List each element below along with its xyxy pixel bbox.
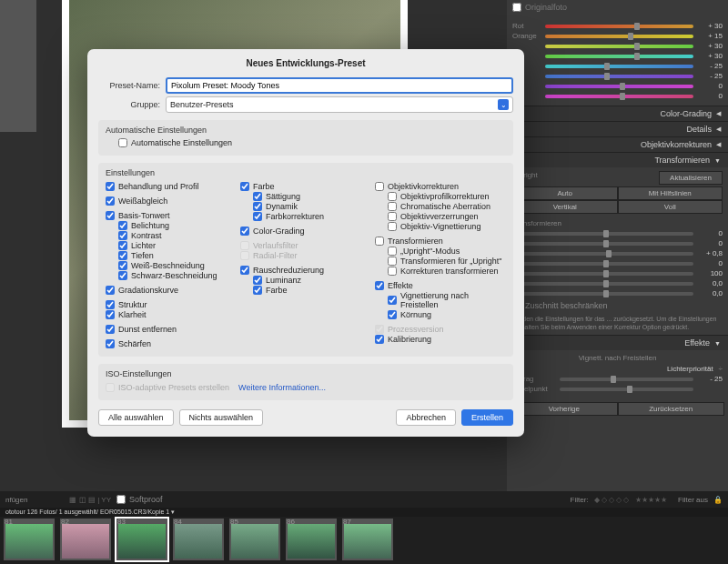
alle-auswaehlen-button[interactable]: Alle auswählen (98, 409, 174, 426)
panel-header-transform[interactable]: Transformieren▼ (507, 152, 728, 167)
chk-upright-modus[interactable] (388, 247, 397, 256)
slider-label-rot: Rot (512, 22, 541, 30)
thumbnail[interactable]: 81 (4, 519, 55, 560)
chk-schaerfen[interactable] (106, 339, 115, 348)
auto-settings-checkbox[interactable] (118, 138, 127, 147)
weitere-informationen-link[interactable]: Weitere Informationen... (238, 383, 326, 392)
abbrechen-button[interactable]: Abbrechen (396, 409, 456, 426)
chk-lichter[interactable] (118, 241, 127, 250)
chk-kalibrierung[interactable] (375, 335, 384, 344)
gruppe-select[interactable]: Benutzer-Presets ⌄ (166, 96, 513, 113)
chk-objektivprofil[interactable] (388, 192, 397, 201)
chk-weissabgleich[interactable] (106, 196, 115, 206)
aktualisieren-button[interactable]: Aktualisieren (659, 171, 723, 185)
filter-aus-dropdown[interactable]: Filter aus (678, 496, 708, 504)
chk-weiss-beschneidung[interactable] (118, 261, 127, 270)
triangle-icon: ▼ (714, 157, 721, 164)
transform-slider[interactable] (512, 262, 693, 266)
slider-val: 0 (697, 229, 723, 237)
panel-header-objektiv[interactable]: Objektivkorrekturen◀ (507, 136, 728, 152)
chk-objektiv-vignettierung[interactable] (388, 222, 397, 231)
chk-gradationskurve[interactable] (106, 286, 115, 295)
chk-koernung[interactable] (388, 310, 397, 319)
chk-dunst[interactable] (106, 325, 115, 334)
thumbnail[interactable]: 85 (229, 519, 280, 560)
chk-dynamik[interactable] (253, 202, 262, 211)
panel-header-details[interactable]: Details◀ (507, 121, 728, 136)
transform-slider[interactable] (512, 292, 693, 296)
transform-slider[interactable] (512, 242, 693, 246)
chk-korrekturen-transf[interactable] (388, 267, 397, 276)
betrag-slider[interactable] (560, 378, 693, 381)
hue-slider[interactable] (545, 25, 693, 28)
filter-label: Filter: (571, 496, 589, 504)
transform-slider[interactable] (512, 272, 693, 276)
upright-hilfslinien-button[interactable]: Mit Hilfslinien (618, 186, 723, 200)
chk-struktur[interactable] (106, 300, 115, 309)
chk-behandlung[interactable] (106, 182, 115, 191)
softproof-checkbox[interactable] (116, 495, 126, 504)
nichts-auswaehlen-button[interactable]: Nichts auswählen (179, 409, 264, 426)
chk-objektivverzerrungen[interactable] (388, 212, 397, 221)
hue-slider[interactable] (545, 35, 693, 38)
slider-label-orange: Orange (512, 32, 541, 40)
transform-slider[interactable] (512, 232, 693, 236)
zuruecksetzen-button[interactable]: Zurücksetzen (618, 402, 725, 416)
chk-vignettierung-freistellen[interactable] (388, 296, 397, 305)
hue-slider[interactable] (545, 95, 693, 98)
einstellungen-title: Einstellungen (106, 168, 506, 177)
thumbnail[interactable]: 84 (173, 519, 224, 560)
upright-auto-button[interactable]: Auto (512, 186, 618, 200)
originalfoto-checkbox[interactable] (512, 3, 521, 12)
preset-name-input[interactable] (166, 77, 513, 94)
chk-chromatische[interactable] (388, 202, 397, 211)
chk-transformieren[interactable] (375, 237, 384, 246)
hue-slider[interactable] (545, 85, 693, 88)
thumbnail[interactable]: 86 (286, 519, 337, 560)
chk-farbkorrekturen[interactable] (253, 212, 262, 221)
vorherige-button[interactable]: Vorherige (511, 402, 618, 416)
panel-header-effekte[interactable]: Effekte▼ (507, 335, 728, 350)
chk-effekte[interactable] (375, 281, 384, 290)
upright-voll-button[interactable]: Voll (618, 200, 723, 214)
chk-color-grading[interactable] (240, 227, 249, 236)
thumbnail[interactable]: 87 (342, 519, 393, 560)
chk-klarheit[interactable] (106, 310, 115, 319)
hue-slider[interactable] (545, 55, 693, 58)
upright-vertikal-button[interactable]: Vertikal (512, 200, 618, 214)
zuschnitt-label: Zuschnitt beschränken (525, 301, 608, 310)
chk-kontrast[interactable] (118, 231, 127, 240)
chk-luminanz[interactable] (253, 276, 262, 285)
chk-basis-tonwert[interactable] (106, 211, 115, 220)
toolbar-bottom: nfügen ▦ ◫ ▤ | YY Softproof Filter: ◆ ◇ … (0, 491, 728, 508)
chk-tiefen[interactable] (118, 251, 127, 260)
hue-slider[interactable] (545, 65, 693, 68)
hue-slider[interactable] (545, 75, 693, 78)
stil-value[interactable]: Lichterpriorität (560, 365, 713, 373)
gruppe-label: Gruppe: (98, 100, 166, 109)
chk-transf-upright[interactable] (388, 257, 397, 266)
left-panel-fragment (0, 0, 36, 132)
chk-farbe-rausch[interactable] (253, 286, 262, 295)
slider-val: 0,0 (697, 279, 723, 287)
slider-val: 100 (697, 269, 723, 277)
mittelpunkt-slider[interactable] (560, 388, 693, 391)
erstellen-button[interactable]: Erstellen (461, 409, 513, 426)
dialog-title: Neues Entwicklungs-Preset (98, 58, 513, 68)
filmstrip[interactable]: 81 82 83 84 85 86 87 (0, 517, 728, 564)
thumbnail[interactable]: 82 (60, 519, 111, 560)
transform-slider[interactable] (512, 252, 693, 256)
panel-header-color-grading[interactable]: Color-Grading◀ (507, 106, 728, 121)
transform-slider[interactable] (512, 282, 693, 286)
triangle-icon: ◀ (716, 126, 721, 133)
chk-rauschreduzierung[interactable] (240, 266, 249, 275)
new-preset-dialog: Neues Entwicklungs-Preset Preset-Name: G… (87, 49, 524, 437)
thumbnail-selected[interactable]: 83 (116, 519, 167, 560)
chk-objektivkorrekturen[interactable] (375, 182, 384, 191)
chk-saettigung[interactable] (253, 192, 262, 201)
chk-farbe[interactable] (240, 182, 249, 191)
chk-schwarz-beschneidung[interactable] (118, 271, 127, 280)
hue-slider[interactable] (545, 45, 693, 48)
chk-belichtung[interactable] (118, 221, 127, 230)
chk-prozessversion (375, 325, 384, 334)
